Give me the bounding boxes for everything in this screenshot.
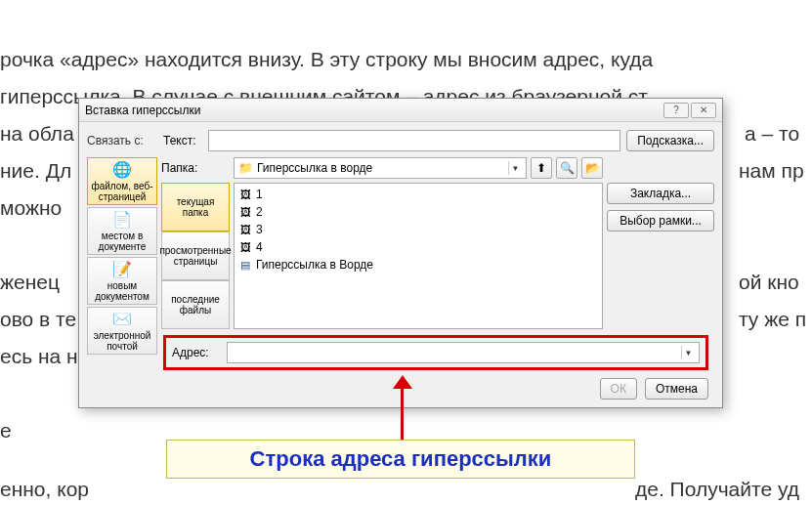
open-folder-icon: 📂 xyxy=(585,161,600,175)
screentip-button[interactable]: Подсказка... xyxy=(626,130,714,151)
image-file-icon: 🖼 xyxy=(238,223,252,236)
ok-button[interactable]: ОК xyxy=(600,378,637,400)
chevron-down-icon: ▼ xyxy=(681,346,695,359)
bg-text: а – то xyxy=(745,119,799,147)
list-item[interactable]: 🖼 3 xyxy=(238,221,598,238)
tab-current-folder[interactable]: текущая папка xyxy=(161,183,230,231)
linkto-place-in-doc[interactable]: 📄 местом в документе xyxy=(87,207,157,255)
browse-tabs: текущая папка просмотренные страницы пос… xyxy=(161,183,230,329)
browse-file-button[interactable]: 📂 xyxy=(581,157,603,179)
target-frame-button[interactable]: Выбор рамки... xyxy=(607,210,714,231)
file-name: Гиперссылка в Ворде xyxy=(256,258,373,272)
close-button[interactable]: ✕ xyxy=(691,103,716,118)
bg-text: де. Получайте уд xyxy=(635,475,799,503)
bg-text: есь на н xyxy=(0,342,78,370)
list-item[interactable]: ▤ Гиперссылка в Ворде xyxy=(238,256,598,274)
mail-icon: ✉️ xyxy=(112,310,132,328)
cancel-button[interactable]: Отмена xyxy=(645,378,708,400)
bg-text: женец xyxy=(0,268,60,296)
linkto-heading: Связать с: xyxy=(87,134,157,147)
up-folder-button[interactable]: ⬆ xyxy=(531,157,552,179)
bg-text: рочка «адрес» находится внизу. В эту стр… xyxy=(0,45,653,73)
linkto-file-web[interactable]: 🌐 файлом, веб-страницей xyxy=(87,157,157,205)
linkto-email[interactable]: ✉️ электронной почтой xyxy=(87,307,157,355)
file-name: 1 xyxy=(256,188,263,201)
bg-text: ой кно xyxy=(739,268,799,296)
file-name: 4 xyxy=(256,240,263,254)
folder-value: Гиперссылка в ворде xyxy=(257,161,372,175)
folder-icon: 📁 xyxy=(238,161,253,175)
list-item[interactable]: 🖼 4 xyxy=(238,238,598,256)
image-file-icon: 🖼 xyxy=(238,240,252,254)
insert-hyperlink-dialog: Вставка гиперссылки ? ✕ Связать с: Текст… xyxy=(78,98,723,408)
document-icon: 📄 xyxy=(112,210,132,229)
up-arrow-icon: ⬆ xyxy=(536,161,546,175)
globe-icon: 🌐 xyxy=(112,160,132,179)
linkto-label: местом в документе xyxy=(90,231,154,252)
bg-text: е xyxy=(0,416,12,444)
help-button[interactable]: ? xyxy=(663,103,689,118)
bg-text: ово в те xyxy=(0,305,76,333)
linkto-label: файлом, веб-страницей xyxy=(90,181,154,202)
titlebar: Вставка гиперссылки ? ✕ xyxy=(79,99,722,122)
bookmark-button[interactable]: Закладка... xyxy=(607,183,714,204)
list-item[interactable]: 🖼 2 xyxy=(238,203,598,221)
text-label: Текст: xyxy=(163,134,202,147)
file-name: 3 xyxy=(256,223,263,236)
bg-text: енно, кор xyxy=(0,475,89,503)
tab-browsed-pages[interactable]: просмотренные страницы xyxy=(161,231,230,280)
address-combo[interactable]: ▼ xyxy=(227,342,700,363)
dialog-title: Вставка гиперссылки xyxy=(85,104,662,117)
search-web-icon: 🔍 xyxy=(560,161,575,175)
file-list[interactable]: 🖼 1 🖼 2 🖼 3 🖼 4 xyxy=(234,183,603,329)
image-file-icon: 🖼 xyxy=(238,205,252,219)
linkto-column: 🌐 файлом, веб-страницей 📄 местом в докум… xyxy=(87,157,157,329)
linkto-label: новым документом xyxy=(90,280,154,302)
linkto-new-doc[interactable]: 📝 новым документом xyxy=(87,257,157,305)
chevron-down-icon: ▼ xyxy=(508,161,522,175)
address-label: Адрес: xyxy=(172,346,221,359)
bg-text: ту же п xyxy=(739,305,806,333)
bg-text: можно xyxy=(0,193,62,222)
bg-text: на обла xyxy=(0,119,74,147)
linkto-label: электронной почтой xyxy=(90,330,154,352)
tab-recent-files[interactable]: последние файлы xyxy=(161,280,230,329)
list-item[interactable]: 🖼 1 xyxy=(238,186,598,203)
callout-arrow-stem xyxy=(401,385,404,442)
word-file-icon: ▤ xyxy=(238,258,252,272)
folder-label: Папка: xyxy=(161,161,230,175)
address-row-highlight: Адрес: ▼ xyxy=(163,335,708,370)
right-button-column: Закладка... Выбор рамки... xyxy=(607,157,714,329)
callout-caption: Строка адреса гиперссылки xyxy=(166,440,635,479)
browse-web-button[interactable]: 🔍 xyxy=(556,157,577,179)
new-document-icon: 📝 xyxy=(112,260,132,278)
bg-text: ние. Дл xyxy=(0,156,71,185)
bg-text: нам пр xyxy=(739,156,804,185)
folder-combo[interactable]: 📁 Гиперссылка в ворде ▼ xyxy=(234,157,527,179)
image-file-icon: 🖼 xyxy=(238,188,252,201)
text-input[interactable] xyxy=(208,130,620,151)
file-name: 2 xyxy=(256,205,263,219)
